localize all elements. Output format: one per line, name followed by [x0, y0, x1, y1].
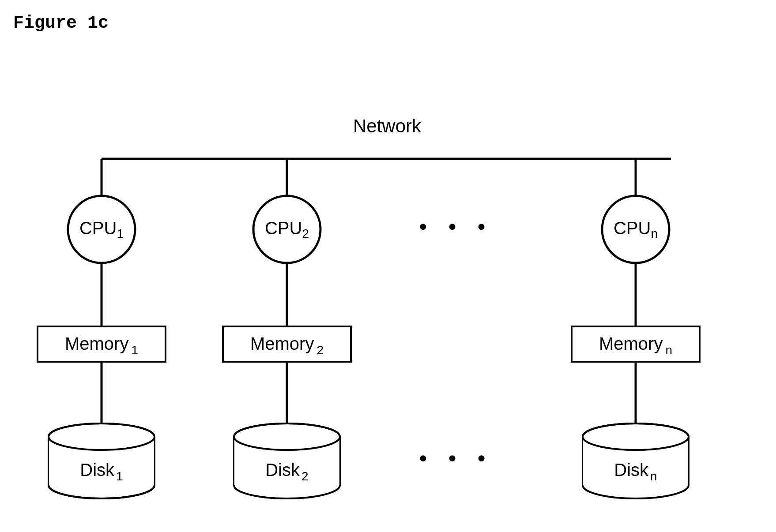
node-column-n: CPUn Memoryn Diskn — [572, 159, 700, 498]
ellipsis-bottom: • • • — [419, 446, 493, 470]
network-label: Network — [353, 116, 422, 136]
node-column-2: CPU2 Memory2 Disk2 — [223, 159, 351, 498]
figure-title: Figure 1c — [13, 13, 109, 33]
node-column-1: CPU1 Memory1 Disk1 — [38, 159, 166, 498]
diagram-canvas: Network CPU1 Memory1 Disk1 — [0, 0, 776, 532]
ellipsis-top: • • • — [419, 215, 493, 238]
